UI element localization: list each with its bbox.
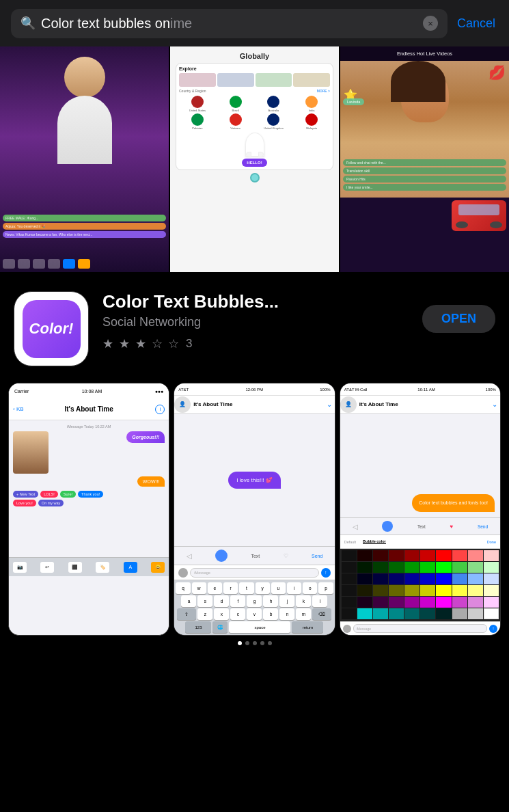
ss1-kb-apps[interactable]: ⬛ — [68, 562, 82, 573]
key-i[interactable]: i — [287, 582, 301, 594]
color-cell[interactable] — [468, 550, 483, 561]
ss1-tag-sure[interactable]: Sure! — [60, 491, 76, 498]
strip-image-3[interactable]: Endless Hot Live Videos 💋 ⭐ Lavinda Foll… — [340, 46, 509, 272]
color-cell[interactable] — [484, 573, 499, 584]
color-cell[interactable] — [357, 597, 372, 608]
ss3-toolbar-heart[interactable]: ♥ — [450, 524, 453, 530]
ss1-kb-sticker[interactable]: 🏷️ — [96, 562, 109, 573]
color-cell[interactable] — [389, 585, 404, 596]
key-j[interactable]: j — [279, 595, 294, 607]
color-cell[interactable] — [342, 597, 357, 608]
key-delete[interactable]: ⌫ — [312, 608, 331, 620]
color-cell[interactable] — [436, 597, 451, 608]
screenshot-3[interactable]: AT&T M-Call 10:11 AM 100% 👤 It's About T… — [340, 383, 501, 636]
color-cell[interactable] — [404, 597, 419, 608]
screenshot-1[interactable]: Carrier 10:08 AM ●●● ‹ KB It's About Tim… — [8, 383, 169, 636]
key-n[interactable]: n — [279, 608, 294, 620]
ss1-kb-camera[interactable]: 📷 — [13, 562, 27, 573]
color-cell[interactable] — [452, 585, 467, 596]
color-cell[interactable] — [436, 585, 451, 596]
key-d[interactable]: d — [214, 595, 229, 607]
color-cell[interactable] — [420, 550, 435, 561]
ss1-kb-arrow[interactable]: ↩ — [40, 562, 54, 573]
color-cell[interactable] — [452, 597, 467, 608]
clear-search-button[interactable]: × — [423, 16, 438, 31]
color-cell[interactable] — [436, 573, 451, 584]
ss3-toolbar-text[interactable]: Text — [417, 524, 426, 529]
key-t[interactable]: t — [239, 582, 253, 594]
key-g[interactable]: g — [247, 595, 262, 607]
ss3-send-icon[interactable]: ↑ — [489, 625, 497, 633]
key-m[interactable]: m — [296, 608, 311, 620]
key-s[interactable]: s — [197, 595, 212, 607]
color-cell[interactable] — [373, 550, 388, 561]
ss3-toolbar-dot[interactable] — [382, 521, 393, 532]
color-cell[interactable] — [436, 562, 451, 573]
key-123[interactable]: 123 — [185, 621, 211, 633]
key-u[interactable]: u — [271, 582, 286, 594]
color-cell[interactable] — [404, 573, 419, 584]
color-cell[interactable] — [468, 608, 483, 619]
color-cell[interactable] — [342, 573, 357, 584]
ss1-tag-onmyway[interactable]: On my way — [38, 500, 64, 506]
key-r[interactable]: r — [223, 582, 238, 594]
ss1-tag-new-text[interactable]: + New Text — [13, 491, 38, 498]
key-p[interactable]: p — [318, 582, 333, 594]
open-button[interactable]: OPEN — [422, 305, 495, 333]
ss3-input-placeholder[interactable]: iMessage — [357, 627, 371, 631]
color-cell[interactable] — [373, 597, 388, 608]
key-y[interactable]: y — [256, 582, 270, 594]
key-a[interactable]: a — [181, 595, 196, 607]
color-cell[interactable] — [404, 585, 419, 596]
ss1-kb-active[interactable]: A — [124, 562, 137, 573]
cancel-button[interactable]: Cancel — [454, 16, 498, 31]
color-cell[interactable] — [389, 608, 404, 619]
color-cell[interactable] — [452, 608, 467, 619]
color-cell[interactable] — [420, 573, 435, 584]
color-cell[interactable] — [357, 562, 372, 573]
key-c[interactable]: c — [230, 608, 245, 620]
ss2-input-placeholder[interactable]: iMessage — [194, 571, 210, 575]
color-cell[interactable] — [342, 585, 357, 596]
strip-image-2[interactable]: Globally Explore Country & RegionMORE > … — [170, 46, 339, 272]
color-cell[interactable] — [373, 562, 388, 573]
color-cell[interactable] — [420, 608, 435, 619]
key-q[interactable]: q — [176, 582, 190, 594]
color-cell[interactable] — [357, 608, 372, 619]
color-cell[interactable] — [389, 597, 404, 608]
color-cell[interactable] — [484, 608, 499, 619]
strip-image-1[interactable]: FREE MALE: Жаng... Aqiша: You deserved i… — [0, 46, 169, 272]
ss3-tab-default[interactable]: Default — [344, 540, 356, 544]
ss2-send-icon[interactable]: ↑ — [321, 568, 331, 578]
ss1-tag-loveyou[interactable]: Love you! — [13, 500, 36, 506]
color-cell[interactable] — [373, 573, 388, 584]
ss2-toolbar-text[interactable]: Text — [251, 554, 260, 558]
ss3-tab-bubble-color[interactable]: Bubble color — [363, 539, 386, 544]
key-shift[interactable]: ⇧ — [177, 608, 196, 620]
key-l[interactable]: l — [312, 595, 327, 607]
color-cell[interactable] — [420, 562, 435, 573]
ss3-toolbar-send[interactable]: Send — [478, 524, 488, 529]
color-cell[interactable] — [484, 562, 499, 573]
color-cell[interactable] — [373, 608, 388, 619]
app-icon[interactable]: Color! — [14, 291, 89, 366]
color-cell[interactable] — [342, 562, 357, 573]
ss3-toolbar-back[interactable]: ◁ — [353, 523, 358, 530]
color-cell[interactable] — [389, 550, 404, 561]
color-cell[interactable] — [373, 585, 388, 596]
key-w[interactable]: w — [192, 582, 206, 594]
color-cell[interactable] — [389, 562, 404, 573]
color-cell[interactable] — [404, 608, 419, 619]
color-cell[interactable] — [342, 550, 357, 561]
ss2-toolbar-heart[interactable]: ♡ — [284, 553, 288, 559]
color-cell[interactable] — [436, 550, 451, 561]
color-cell[interactable] — [404, 550, 419, 561]
key-b[interactable]: b — [263, 608, 278, 620]
ss3-tab-done[interactable]: Done — [487, 540, 496, 544]
ss1-kb-emoji[interactable]: 😀 — [151, 562, 165, 573]
ss2-toolbar-dot[interactable] — [215, 550, 228, 562]
color-cell[interactable] — [436, 608, 451, 619]
color-cell[interactable] — [468, 597, 483, 608]
color-cell[interactable] — [389, 573, 404, 584]
color-cell[interactable] — [468, 573, 483, 584]
